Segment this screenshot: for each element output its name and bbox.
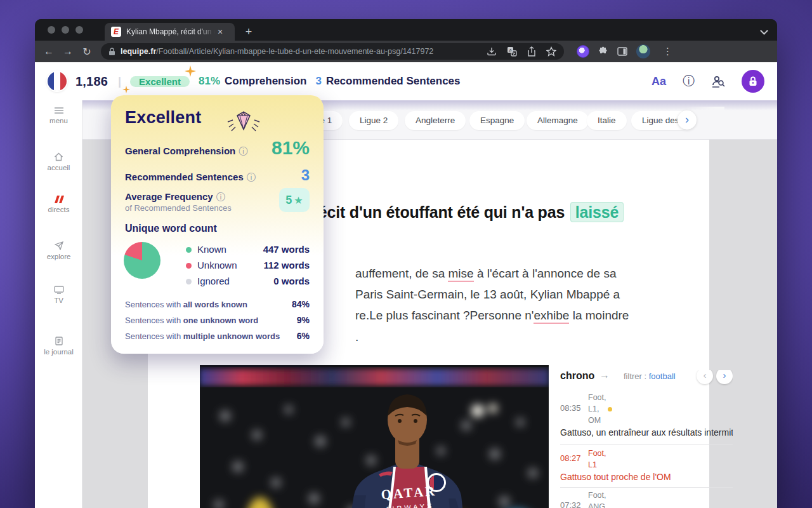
unknown-word[interactable]: intermitte bbox=[704, 427, 733, 438]
frequency-badge: 5 ★ bbox=[279, 188, 310, 212]
label-bold: all words known bbox=[183, 300, 247, 309]
sentences-one-unknown-label: Sentences with one unknown word bbox=[125, 316, 258, 325]
side-panel-icon[interactable] bbox=[617, 47, 627, 56]
chrono-arrow-icon[interactable]: → bbox=[599, 370, 610, 381]
chrono-next-button[interactable]: › bbox=[716, 370, 733, 384]
unknown-word[interactable]: exhibe bbox=[534, 309, 569, 324]
traffic-close-button[interactable] bbox=[48, 26, 55, 34]
unknown-word[interactable]: mise bbox=[448, 267, 473, 282]
nav-pill-italie[interactable]: Italie bbox=[587, 111, 627, 130]
back-button[interactable]: ← bbox=[41, 46, 56, 57]
profile-avatar[interactable] bbox=[636, 44, 650, 58]
sidebar-item-explore[interactable]: explore bbox=[35, 241, 82, 260]
word-lookup-icon[interactable] bbox=[711, 75, 725, 88]
browser-menu-icon[interactable]: ⋮ bbox=[663, 46, 672, 57]
divider bbox=[560, 487, 733, 488]
reload-button[interactable]: ↻ bbox=[79, 46, 95, 58]
extension-lock-button[interactable] bbox=[742, 70, 764, 93]
info-icon[interactable]: ⓘ bbox=[247, 172, 256, 182]
headline-text: Gattuso, un entraîneur aux résultats bbox=[560, 427, 704, 438]
bookmark-star-icon[interactable] bbox=[546, 46, 556, 57]
chrono-feed: chrono → filtrer : football ‹ › 08:35 Fo… bbox=[560, 370, 733, 508]
popup-title: Excellent bbox=[125, 108, 201, 128]
toucan-extension-icon[interactable] bbox=[577, 45, 589, 58]
tag: L1, bbox=[588, 404, 599, 413]
tab-close-icon[interactable]: × bbox=[218, 27, 223, 37]
save-page-icon[interactable] bbox=[487, 46, 497, 57]
info-icon[interactable]: ⓘ bbox=[239, 146, 247, 156]
chrono-title[interactable]: chrono bbox=[560, 370, 594, 382]
divider bbox=[560, 444, 733, 444]
nav-next-button[interactable]: › bbox=[678, 110, 697, 130]
legend-known: Known bbox=[186, 244, 226, 255]
browser-tab[interactable]: E Kylian Mbappé, récit d'un étou × bbox=[105, 23, 235, 41]
filter-value[interactable]: football bbox=[649, 371, 676, 381]
general-comprehension-label: General Comprehensionⓘ bbox=[125, 145, 247, 157]
sidebar-item-label: accueil bbox=[48, 164, 70, 171]
unknown-value: 112 words bbox=[263, 260, 310, 271]
chrono-headline[interactable]: Gattuso, un entraîneur aux résultats int… bbox=[560, 427, 733, 438]
level-badge[interactable]: Excellent bbox=[130, 76, 190, 87]
info-icon[interactable]: ⓘ bbox=[216, 192, 225, 202]
body-text: la moindre bbox=[569, 309, 629, 322]
sentences-one-unknown-value: 9% bbox=[297, 315, 310, 325]
highlighted-word[interactable]: laissé bbox=[570, 202, 624, 222]
chrono-prev-button[interactable]: ‹ bbox=[697, 370, 713, 384]
traffic-zoom-button[interactable] bbox=[75, 26, 83, 34]
nav-pill-allemagne[interactable]: Allemagne bbox=[527, 111, 589, 130]
chrono-headline[interactable]: Gattuso tout proche de l'OM bbox=[560, 472, 733, 482]
comprehension-value: 81% bbox=[199, 75, 220, 88]
site-favicon: E bbox=[111, 27, 121, 37]
browser-toolbar: ← → ↻ lequipe.fr/Football/Article/Kylian… bbox=[35, 41, 777, 62]
tag: ANG, bbox=[588, 502, 608, 508]
sidebar-item-menu[interactable]: menu bbox=[35, 107, 82, 124]
sidebar-item-label: directs bbox=[48, 206, 70, 213]
tab-search-chevron-icon[interactable] bbox=[760, 27, 768, 35]
sidebar-item-directs[interactable]: directs bbox=[35, 196, 82, 213]
label-text: Average Frequency bbox=[125, 191, 213, 202]
newspaper-icon bbox=[35, 337, 82, 345]
label-bold: multiple unknown words bbox=[183, 331, 280, 341]
sidebar-item-tv[interactable]: TV bbox=[35, 286, 82, 304]
chrono-item-time: 08:27 bbox=[560, 453, 581, 463]
average-frequency-sublabel: of Recommended Sentences bbox=[125, 203, 232, 213]
home-icon bbox=[35, 152, 82, 161]
extension-stats-bar: 1,186 | Excellent 81% Comprehension 3 Re… bbox=[35, 62, 777, 100]
svg-text:A: A bbox=[509, 48, 513, 53]
translate-icon[interactable]: A bbox=[507, 46, 517, 57]
french-flag-icon bbox=[48, 72, 67, 91]
site-sidebar: menu accueil directs bbox=[35, 100, 82, 508]
forward-button[interactable]: → bbox=[60, 46, 75, 57]
new-tab-button[interactable]: + bbox=[241, 24, 256, 39]
level-badge-wrap: Excellent bbox=[130, 73, 190, 90]
tag: Foot, bbox=[588, 449, 606, 458]
chrono-filter[interactable]: filtrer : football bbox=[624, 371, 676, 381]
nav-pill-ligue2[interactable]: Ligue 2 bbox=[349, 111, 398, 130]
nav-pill-espagne[interactable]: Espagne bbox=[469, 111, 525, 130]
filter-label: filtrer : bbox=[624, 371, 646, 381]
extensions-puzzle-icon[interactable] bbox=[598, 46, 608, 57]
article-paragraph-line: . bbox=[355, 330, 358, 344]
unknown-dot-icon bbox=[186, 263, 192, 269]
label-bold: one unknown word bbox=[183, 316, 258, 325]
tab-title: Kylian Mbappé, récit d'un étou bbox=[126, 27, 215, 36]
chrono-item-tags: Foot, ANG, League Cup bbox=[588, 490, 631, 508]
recommended-sentences-value: 3 bbox=[301, 166, 310, 184]
article-paragraph-line: auffement, de sa mise à l'écart à l'anno… bbox=[355, 267, 616, 281]
sidebar-item-accueil[interactable]: accueil bbox=[35, 152, 82, 171]
address-bar[interactable]: lequipe.fr/Football/Article/Kylian-mbapp… bbox=[101, 43, 564, 60]
sparkle-icon bbox=[185, 65, 196, 79]
nav-pill-angleterre[interactable]: Angleterre bbox=[405, 111, 466, 130]
body-text: auffement, de sa bbox=[355, 267, 448, 280]
label-text: Sentences with bbox=[125, 316, 183, 325]
body-text: re.Le plus fascinant ?Personne n' bbox=[355, 309, 534, 322]
font-settings-button[interactable]: Aa bbox=[652, 75, 666, 88]
traffic-minimize-button[interactable] bbox=[62, 26, 69, 34]
share-icon[interactable] bbox=[527, 46, 536, 57]
sentences-multiple-unknown-label: Sentences with multiple unknown words bbox=[125, 331, 280, 341]
divider: | bbox=[118, 75, 121, 88]
sidebar-item-journal[interactable]: le journal bbox=[35, 337, 82, 356]
article-paragraph-line: Paris Saint-Germain, le 13 août, Kylian … bbox=[355, 288, 620, 302]
info-icon[interactable]: ⓘ bbox=[683, 73, 695, 90]
url-path: /Football/Article/Kylian-mbappe-le-tube-… bbox=[156, 47, 433, 56]
